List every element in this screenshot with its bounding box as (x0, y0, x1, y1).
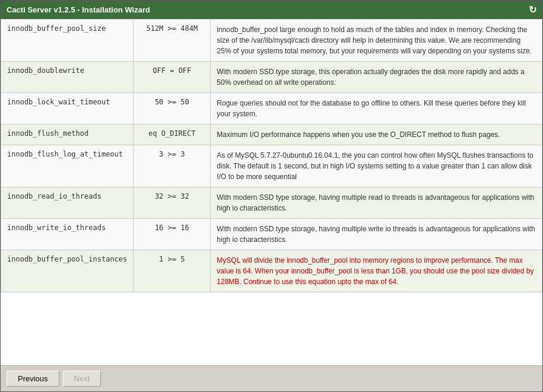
footer: Previous Next (1, 365, 542, 391)
setting-value: OFF = OFF (134, 62, 211, 93)
setting-value: 32 >= 32 (134, 187, 211, 219)
setting-name: innodb_lock_wait_timeout (1, 93, 134, 125)
setting-description: MySQL will divide the innodb_buffer_pool… (211, 250, 542, 292)
setting-value: 3 >= 3 (134, 145, 211, 187)
setting-name: innodb_doublewrite (1, 62, 134, 93)
setting-value: eq O_DIRECT (134, 125, 211, 145)
setting-value: 50 >= 50 (134, 93, 211, 125)
setting-value: 512M >= 484M (134, 20, 211, 62)
setting-description: Maximum I/O performance happens when you… (211, 125, 542, 145)
setting-description: innodb_buffer_pool large enough to hold … (211, 20, 542, 62)
setting-value: 16 >= 16 (134, 219, 211, 250)
title-bar: Cacti Server v1.2.5 - Installation Wizar… (1, 1, 542, 19)
setting-description: Rogue queries should not for the databas… (211, 93, 542, 125)
next-button[interactable]: Next (63, 371, 101, 387)
setting-description: With modern SSD type storage, this opera… (211, 62, 542, 93)
table-row: innodb_flush_log_at_timeout3 >= 3As of M… (1, 145, 542, 187)
main-window: Cacti Server v1.2.5 - Installation Wizar… (0, 0, 543, 392)
setting-name: innodb_flush_method (1, 125, 134, 145)
table-row: innodb_buffer_pool_size512M >= 484Minnod… (1, 20, 542, 62)
setting-name: innodb_buffer_pool_size (1, 20, 134, 62)
window-title: Cacti Server v1.2.5 - Installation Wizar… (7, 5, 150, 14)
setting-description: With modern SSD type storage, having mul… (211, 187, 542, 219)
setting-description: As of MySQL 5.7.27-0ubuntu0.16.04.1, the… (211, 145, 542, 187)
setting-name: innodb_buffer_pool_instances (1, 250, 134, 292)
previous-button[interactable]: Previous (7, 371, 59, 387)
table-row: innodb_read_io_threads32 >= 32With moder… (1, 187, 542, 219)
table-row: innodb_flush_methodeq O_DIRECTMaximum I/… (1, 125, 542, 145)
table-row: innodb_lock_wait_timeout50 >= 50Rogue qu… (1, 93, 542, 125)
table-row: innodb_buffer_pool_instances1 >= 5MySQL … (1, 250, 542, 292)
table-row: innodb_doublewriteOFF = OFFWith modern S… (1, 62, 542, 93)
setting-description: With modern SSD type storage, having mul… (211, 219, 542, 250)
setting-name: innodb_read_io_threads (1, 187, 134, 219)
table-row: innodb_write_io_threads16 >= 16With mode… (1, 219, 542, 250)
content-area: innodb_buffer_pool_size512M >= 484Minnod… (1, 19, 542, 365)
settings-table: innodb_buffer_pool_size512M >= 484Minnod… (1, 19, 542, 292)
setting-name: innodb_write_io_threads (1, 219, 134, 250)
refresh-icon[interactable]: ↻ (529, 4, 536, 15)
setting-value: 1 >= 5 (134, 250, 211, 292)
setting-name: innodb_flush_log_at_timeout (1, 145, 134, 187)
